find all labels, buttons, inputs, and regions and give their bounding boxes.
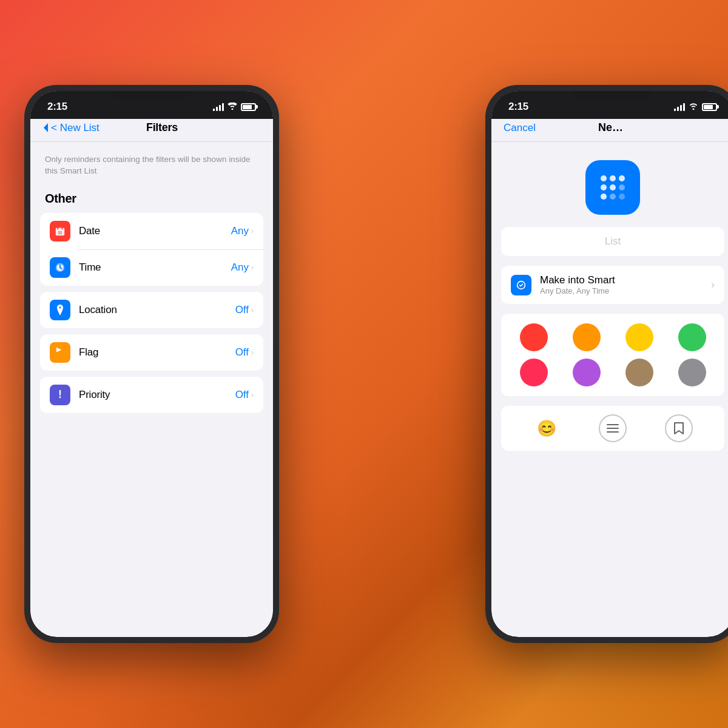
status-bar-right: 2:15 <box>491 91 728 119</box>
wifi-icon-right <box>689 101 698 112</box>
priority-icon: ! <box>58 388 62 401</box>
back-label: < New List <box>51 122 99 134</box>
location-label: Location <box>79 304 235 316</box>
chevron-location: › <box>251 306 254 314</box>
list-icon-option[interactable] <box>599 414 627 442</box>
filters-content: Only reminders containing the filters wi… <box>30 142 273 637</box>
chevron-smart-list: › <box>711 278 715 291</box>
list-name-placeholder: List <box>605 235 621 247</box>
flag-value: Off <box>235 346 249 359</box>
colors-grid <box>511 323 715 386</box>
list-icon-preview[interactable] <box>585 160 640 215</box>
date-icon: 31 <box>50 221 70 241</box>
bookmark-icon-option[interactable] <box>665 414 693 442</box>
chevron-time: › <box>251 263 254 272</box>
time-label: Time <box>79 261 231 274</box>
chevron-priority: › <box>251 391 254 399</box>
status-icons-right <box>674 101 717 112</box>
color-brown[interactable] <box>625 359 653 386</box>
priority-value: Off <box>235 389 249 401</box>
time-value: Any <box>231 261 249 274</box>
priority-icon-bg: ! <box>50 385 70 405</box>
filter-row-time[interactable]: Time Any › <box>40 249 263 286</box>
list-icon-dots <box>601 175 625 200</box>
filter-group-priority: ! Priority Off › <box>40 377 263 413</box>
filter-group-flag: Flag Off › <box>40 334 263 371</box>
filter-group-datetime: 31 Date Any › <box>40 213 263 286</box>
color-purple[interactable] <box>573 359 601 386</box>
smart-list-info: Make into Smart Any Date, Any Time <box>540 274 700 295</box>
time-icon <box>50 257 70 278</box>
filter-row-flag[interactable]: Flag Off › <box>40 334 263 371</box>
nav-bar-left: < New List Filters <box>30 119 273 142</box>
filters-subtitle: Only reminders containing the filters wi… <box>40 152 263 187</box>
location-value: Off <box>235 304 249 316</box>
signal-bars <box>213 103 224 111</box>
icons-row: 😊 <box>501 406 724 451</box>
filters-title: Filters <box>146 121 178 134</box>
emoji-icon-option[interactable]: 😊 <box>533 414 561 442</box>
color-gray[interactable] <box>678 359 706 386</box>
status-time-right: 2:15 <box>508 101 528 113</box>
list-name-input[interactable]: List <box>501 227 724 256</box>
battery-icon <box>241 103 256 111</box>
status-bar-left: 2:15 <box>30 91 273 119</box>
filter-row-priority[interactable]: ! Priority Off › <box>40 377 263 413</box>
new-list-nav-title: Ne… <box>598 121 623 134</box>
make-smart-list-row[interactable]: Make into Smart Any Date, Any Time › <box>501 266 724 304</box>
icon-preview-area <box>491 142 728 227</box>
chevron-flag: › <box>251 348 254 357</box>
filter-group-location: Location Off › <box>40 292 263 328</box>
colors-section <box>501 314 724 396</box>
flag-icon-bg <box>50 342 70 363</box>
cancel-button[interactable]: Cancel <box>504 122 536 134</box>
new-list-nav: Cancel Ne… <box>491 119 728 142</box>
filter-row-date[interactable]: 31 Date Any › <box>40 213 263 249</box>
svg-text:31: 31 <box>58 231 62 235</box>
smart-list-icon <box>511 275 531 295</box>
new-list-screen: 2:15 <box>491 91 728 637</box>
smart-list-subtitle: Any Date, Any Time <box>540 286 700 295</box>
color-red[interactable] <box>520 323 548 351</box>
section-header-other: Other <box>40 187 263 213</box>
date-value: Any <box>231 225 249 237</box>
chevron-date: › <box>251 227 254 235</box>
status-time-left: 2:15 <box>47 101 67 113</box>
status-icons-left <box>213 102 256 112</box>
color-yellow[interactable] <box>625 323 653 351</box>
priority-label: Priority <box>79 389 235 401</box>
color-green[interactable] <box>678 323 706 351</box>
color-pink[interactable] <box>520 359 548 386</box>
color-orange[interactable] <box>573 323 601 351</box>
signal-bars-right <box>674 103 685 111</box>
smart-list-title: Make into Smart <box>540 274 700 286</box>
wifi-icon <box>228 102 237 112</box>
flag-label: Flag <box>79 346 235 359</box>
battery-icon-right <box>702 103 717 111</box>
filter-row-location[interactable]: Location Off › <box>40 292 263 328</box>
back-button[interactable]: < New List <box>42 122 99 134</box>
location-icon-bg <box>50 300 70 320</box>
date-label: Date <box>79 225 231 237</box>
